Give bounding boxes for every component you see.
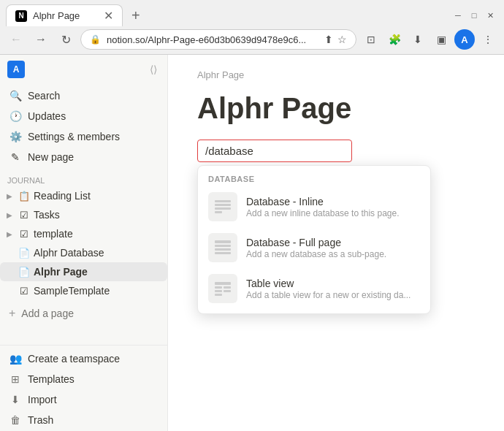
new-tab-button[interactable]: +: [126, 4, 146, 27]
sidebar-item-reading-list[interactable]: ▶ 📋 Reading List: [0, 186, 167, 205]
template-chevron: ▶: [4, 229, 15, 239]
database-fullpage-icon: [208, 233, 237, 262]
database-fullpage-text: Database - Full page Add a new database …: [246, 237, 420, 259]
svg-rect-11: [215, 290, 222, 292]
close-button[interactable]: ✕: [485, 10, 495, 20]
forward-button[interactable]: →: [31, 29, 51, 50]
add-icon: +: [9, 307, 15, 320]
cast-icon[interactable]: ⊡: [361, 29, 381, 50]
sidebar-tree: JOURNAL ▶ 📋 Reading List ▶ ☑ Tasks ▶ ☑ t…: [0, 175, 167, 300]
svg-rect-12: [224, 290, 231, 292]
sidebar-item-alphr-page[interactable]: ▶ 📄 Alphr Page: [0, 262, 167, 281]
main-content: Alphr Page Alphr Page Database Database …: [168, 55, 504, 431]
split-screen-icon[interactable]: ▣: [431, 29, 451, 50]
tab-close-button[interactable]: ✕: [104, 10, 113, 22]
star-icon[interactable]: ☆: [337, 34, 347, 45]
template-label: template: [34, 228, 163, 240]
database-inline-desc: Add a new inline database to this page.: [246, 208, 420, 218]
dropdown-item-table-view[interactable]: Table view Add a table view for a new or…: [198, 268, 430, 309]
alphr-database-label: Alphr Database: [34, 247, 163, 259]
workspace-icon: A: [7, 61, 25, 78]
trash-item[interactable]: 🗑 Trash: [3, 410, 164, 430]
minimize-button[interactable]: ─: [453, 10, 463, 20]
reading-list-label: Reading List: [34, 190, 163, 202]
tab-title: Alphr Page: [33, 10, 98, 21]
sidebar-item-settings[interactable]: ⚙️ Settings & members: [3, 126, 164, 147]
title-bar: N Alphr Page ✕ + ─ □ ✕: [0, 0, 504, 26]
command-dropdown: Database Database - Inline Add a new inl…: [197, 165, 431, 314]
table-view-text: Table view Add a table view for a new or…: [246, 278, 420, 300]
svg-rect-7: [215, 252, 231, 254]
svg-rect-4: [215, 240, 231, 243]
sidebar-item-sample-template[interactable]: ▶ ☑ SampleTemplate: [0, 281, 167, 300]
maximize-button[interactable]: □: [469, 10, 479, 20]
journal-label: JOURNAL: [0, 175, 167, 186]
sidebar: A ⟨⟩ 🔍 Search 🕐 Updates ⚙️ Settings & me…: [0, 55, 168, 431]
tasks-label: Tasks: [34, 209, 163, 221]
svg-rect-13: [215, 294, 222, 296]
database-fullpage-title: Database - Full page: [246, 237, 420, 248]
database-inline-text: Database - Inline Add a new inline datab…: [246, 196, 420, 218]
sidebar-item-search[interactable]: 🔍 Search: [3, 85, 164, 106]
download-icon[interactable]: ⬇: [408, 29, 428, 50]
add-page-button[interactable]: + Add a page: [3, 303, 164, 324]
database-fullpage-desc: Add a new database as a sub-page.: [246, 249, 420, 259]
sidebar-footer: 👥 Create a teamspace ⊞ Templates ⬇ Impor…: [0, 345, 167, 431]
svg-rect-2: [215, 207, 231, 210]
new-page-label: New page: [28, 151, 74, 163]
table-view-desc: Add a table view for a new or existing d…: [246, 290, 420, 300]
svg-rect-1: [215, 204, 231, 206]
import-item[interactable]: ⬇ Import: [3, 389, 164, 410]
toolbar-icons: ⊡ 🧩 ⬇ ▣ A ⋮: [361, 29, 498, 50]
templates-icon: ⊞: [9, 373, 22, 386]
dropdown-section-header: Database: [198, 170, 430, 186]
sidebar-item-new-page[interactable]: ✎ New page: [3, 147, 164, 167]
app: A ⟨⟩ 🔍 Search 🕐 Updates ⚙️ Settings & me…: [0, 55, 504, 431]
alphr-database-icon: 📄: [18, 246, 31, 259]
reading-list-chevron: ▶: [4, 191, 15, 201]
address-bar[interactable]: 🔒 notion.so/Alphr-Page-e60d3b0639d9478e9…: [80, 29, 356, 50]
share-icon[interactable]: ⬆: [324, 34, 333, 45]
table-view-title: Table view: [246, 278, 420, 289]
browser-chrome: N Alphr Page ✕ + ─ □ ✕ ← → ↻ 🔒 notion.so…: [0, 0, 504, 55]
dropdown-item-database-inline[interactable]: Database - Inline Add a new inline datab…: [198, 186, 430, 227]
svg-rect-9: [215, 286, 222, 289]
settings-icon: ⚙️: [9, 130, 22, 143]
sidebar-item-tasks[interactable]: ▶ ☑ Tasks: [0, 205, 167, 224]
command-input[interactable]: [197, 140, 352, 162]
sidebar-item-alphr-database[interactable]: ▶ 📄 Alphr Database: [0, 243, 167, 262]
updates-icon: 🕐: [9, 110, 22, 123]
database-inline-icon: [208, 192, 237, 221]
command-input-wrapper: [197, 140, 475, 162]
table-view-svg: [213, 278, 233, 299]
import-icon: ⬇: [9, 393, 22, 406]
database-inline-svg: [213, 197, 233, 217]
sidebar-nav: 🔍 Search 🕐 Updates ⚙️ Settings & members…: [0, 84, 167, 169]
create-teamspace-item[interactable]: 👥 Create a teamspace: [3, 348, 164, 369]
tab-favicon: N: [15, 10, 27, 22]
sidebar-toggle-button[interactable]: ⟨⟩: [147, 62, 160, 77]
search-icon: 🔍: [9, 89, 22, 102]
templates-label: Templates: [28, 373, 75, 385]
svg-rect-6: [215, 248, 231, 251]
sidebar-header: A ⟨⟩: [0, 55, 167, 84]
puzzle-icon[interactable]: 🧩: [384, 29, 405, 50]
create-teamspace-label: Create a teamspace: [28, 353, 120, 365]
dropdown-item-database-fullpage[interactable]: Database - Full page Add a new database …: [198, 227, 430, 268]
back-button[interactable]: ←: [6, 29, 26, 50]
profile-icon[interactable]: A: [454, 29, 475, 50]
templates-item[interactable]: ⊞ Templates: [3, 369, 164, 389]
breadcrumb: Alphr Page: [197, 69, 475, 80]
reload-button[interactable]: ↻: [56, 29, 76, 50]
menu-icon[interactable]: ⋮: [478, 29, 498, 50]
new-page-icon: ✎: [9, 150, 22, 164]
sidebar-item-updates[interactable]: 🕐 Updates: [3, 106, 164, 126]
sample-template-icon: ☑: [18, 284, 31, 297]
address-text: notion.so/Alphr-Page-e60d3b0639d9478e9c6…: [107, 34, 318, 45]
database-fullpage-svg: [213, 237, 233, 258]
trash-label: Trash: [28, 414, 53, 426]
sidebar-item-template[interactable]: ▶ ☑ template: [0, 224, 167, 243]
template-icon: ☑: [18, 227, 31, 240]
active-tab[interactable]: N Alphr Page ✕: [6, 4, 123, 26]
svg-rect-0: [215, 200, 231, 202]
